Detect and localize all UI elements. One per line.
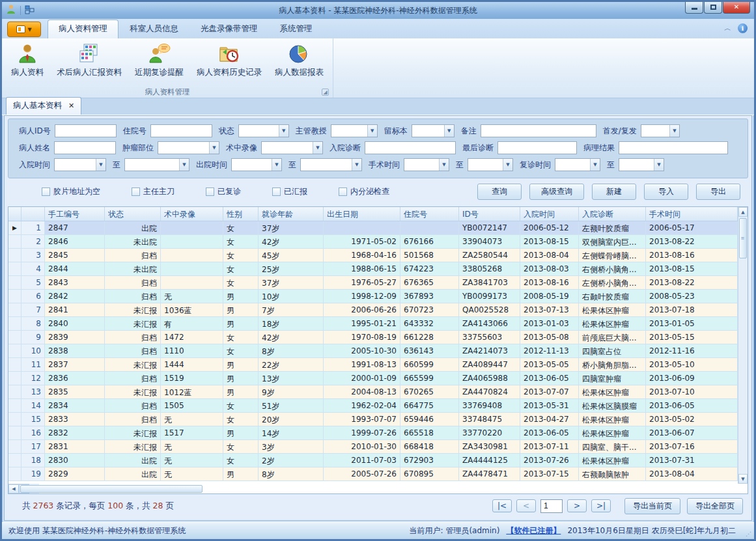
ribbon-tab[interactable]: 病人资料管理 [48,20,119,38]
pagination-prev-button[interactable]: < [516,499,536,512]
table-row[interactable]: 62842归档无男10岁1998-12-09367893YB0099173200… [8,290,738,303]
filter-input[interactable] [54,141,116,154]
table-row[interactable]: 32845归档女45岁1968-04-16501568ZA25805442013… [8,249,738,262]
table-row[interactable]: 122836归档1519男13岁2000-01-09665599ZA406598… [8,372,738,385]
action-button[interactable]: 新建 [592,184,636,200]
filter-checkbox-option[interactable]: 已汇报 [272,186,307,197]
filter-combo[interactable]: ▼ [331,124,378,137]
chevron-down-icon[interactable]: ▼ [209,142,219,154]
filter-checkbox-option[interactable]: 胶片地址为空 [42,186,100,197]
layout-icon[interactable] [25,5,35,17]
filter-combo[interactable]: ▼ [158,141,219,154]
table-row[interactable]: 72841未汇报1036蓝男7岁2006-06-26670723QA002552… [8,303,738,317]
action-button[interactable]: 导出 [696,184,740,200]
grid-header-cell[interactable]: 入院诊断 [579,207,646,221]
chevron-down-icon[interactable]: ▼ [96,159,105,171]
horizontal-scrollbar[interactable]: ◀ ▶ [8,484,29,493]
table-row[interactable]: 132835未汇报1012蓝男9岁2004-08-13670265ZA44708… [8,385,738,399]
ribbon-button-reminder[interactable]: 近期复诊提醒 [128,40,190,86]
filter-combo[interactable]: ▼ [261,141,323,154]
chevron-down-icon[interactable]: ▼ [503,159,512,171]
doc-tab-patient-info[interactable]: 病人基本资料 ✕ [6,97,81,115]
filter-input[interactable] [55,124,117,137]
filter-combo[interactable]: ▼ [300,158,362,171]
table-row[interactable]: 152833归档无女20岁1993-07-0765944633748475201… [8,413,738,426]
filter-checkbox-option[interactable]: 主任主刀 [132,186,175,197]
scroll-down-icon[interactable]: ▼ [738,474,748,484]
grid-header-cell[interactable]: 住院号 [400,207,459,221]
filter-combo[interactable]: ▼ [54,158,106,171]
table-row[interactable]: 182830出院无女2岁2011-07-03672903ZA4444125201… [8,454,738,467]
vertical-scrollbar[interactable]: ▲ ≡ ▼ [738,207,748,484]
table-row[interactable]: 172831未汇报无女3岁2010-01-30668418ZA343098120… [8,440,738,454]
ribbon-collapse-icon[interactable]: ︿ [724,23,731,33]
ribbon-button-report[interactable]: 病人数据报表 [268,40,330,86]
table-row[interactable]: 52843归档女37岁1976-05-27676365ZA38417032013… [8,276,738,290]
action-button[interactable]: 导入 [644,184,688,200]
table-row[interactable]: 82840未汇报有男18岁1995-01-21643332ZA414306620… [8,317,738,331]
chevron-down-icon[interactable]: ▼ [272,159,281,171]
table-row[interactable]: 192829出院无男8岁2005-07-26670895ZA4478471201… [8,467,738,481]
filter-input[interactable] [365,141,456,154]
close-button[interactable]: ✕ [723,2,750,14]
info-icon[interactable]: i [738,23,748,33]
filter-checkbox-option[interactable]: 已复诊 [206,186,241,197]
export-current-page-button[interactable]: 导出当前页 [624,498,680,514]
table-row[interactable]: 112837未汇报1444男22岁1991-08-13660599ZA40894… [8,358,738,372]
grid-header-cell[interactable]: ID号 [459,207,520,221]
vscroll-thumb[interactable]: ≡ [739,218,747,258]
filter-combo[interactable]: ▼ [641,124,680,137]
filter-combo[interactable]: ▼ [231,158,282,171]
chevron-down-icon[interactable]: ▼ [279,125,288,137]
checkbox[interactable] [339,187,347,196]
grid-header-cell[interactable]: 就诊年龄 [259,207,324,221]
checkbox[interactable] [272,187,281,196]
chevron-down-icon[interactable]: ▼ [444,125,454,137]
filter-input[interactable] [150,124,212,137]
ribbon-button-patient[interactable]: 病人资料 [5,40,50,86]
grid-header-cell[interactable]: 术中录像 [161,207,223,221]
resize-grip[interactable]: ⋰ [746,531,752,537]
maximize-button[interactable] [704,2,722,14]
filter-combo[interactable]: ▼ [238,124,289,137]
grid-header-cell[interactable]: 性别 [223,207,259,221]
action-button[interactable]: 查询 [477,184,522,200]
license-link[interactable]: 【软件已注册】 [506,525,561,536]
grid-header-cell[interactable]: 出生日期 [324,207,400,221]
table-row[interactable]: 142834归档1505女51岁1962-02-0466477533769408… [8,399,738,413]
grid-header-cell[interactable]: 入院时间 [520,207,579,221]
minimize-button[interactable] [685,2,703,14]
ribbon-button-calendar[interactable]: 术后病人汇报资料 [50,40,128,86]
checkbox[interactable] [132,187,140,196]
filter-combo[interactable]: ▼ [468,158,513,171]
table-row[interactable]: 162832未汇报1517男14岁1999-07-266655183377022… [8,426,738,440]
page-input[interactable] [540,499,563,513]
chevron-down-icon[interactable]: ▼ [590,159,600,171]
scroll-up-icon[interactable]: ▲ [738,207,748,217]
action-button[interactable]: 高级查询 [529,184,584,200]
scroll-left-icon[interactable]: ◀ [8,484,19,493]
chevron-down-icon[interactable]: ▼ [313,142,322,154]
filter-combo[interactable]: ▼ [404,158,449,171]
chevron-down-icon[interactable]: ▼ [669,125,679,137]
grid-header-cell[interactable]: 手工编号 [45,207,105,221]
grid-header-cell[interactable] [21,207,45,221]
chevron-down-icon[interactable]: ▼ [367,125,377,137]
pagination-last-button[interactable]: >| [591,499,611,512]
chevron-down-icon[interactable]: ▼ [439,159,449,171]
filter-input[interactable] [497,141,577,154]
grid-header-cell[interactable]: 状态 [105,207,161,221]
filter-combo[interactable]: ▼ [555,158,600,171]
ribbon-tab[interactable]: 系统管理 [269,20,324,38]
doc-tab-close-icon[interactable]: ✕ [68,102,74,110]
table-row[interactable]: 92839归档1472女42岁1970-08-19661228337556032… [8,331,738,344]
grid-header-cell[interactable]: 手术时间 [646,207,738,221]
export-all-pages-button[interactable]: 导出全部页 [687,498,743,514]
filter-combo[interactable]: ▼ [124,158,189,171]
pagination-first-button[interactable]: |< [492,499,512,512]
ribbon-button-history[interactable]: 病人资料历史记录 [190,40,268,86]
filter-input[interactable] [619,141,728,154]
grid-header-cell[interactable] [8,207,21,221]
table-row[interactable]: 42844未出院女25岁1988-06-15674223338052682013… [8,262,738,276]
table-row[interactable]: 22846未出院女42岁1971-05-02676166339040732013… [8,235,738,249]
